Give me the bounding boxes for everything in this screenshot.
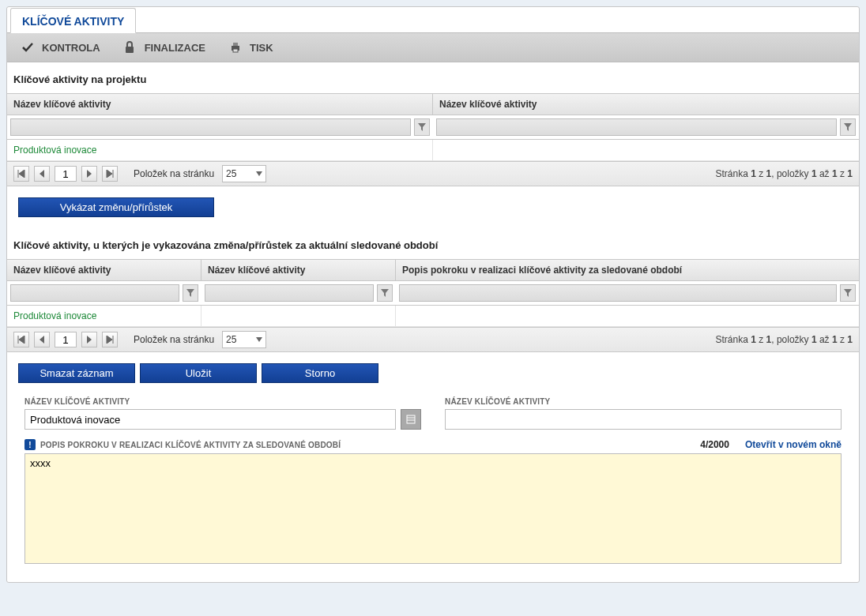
grid-top-header-1[interactable]: Název klíčové aktivity xyxy=(7,94,433,115)
tisk-button[interactable]: TISK xyxy=(221,38,281,57)
svg-rect-2 xyxy=(233,43,238,46)
grid-bottom-header-2[interactable]: Název klíčové aktivity xyxy=(201,260,396,280)
main-panel: KLÍČOVÉ AKTIVITY KONTROLA FINALIZACE TIS… xyxy=(6,6,860,583)
grid-bottom-filter-2-btn[interactable] xyxy=(377,284,393,302)
grid-top-filter-1-btn[interactable] xyxy=(414,118,430,136)
pager-page-input[interactable] xyxy=(55,166,77,182)
grid-bottom: Název klíčové aktivity Název klíčové akt… xyxy=(7,259,859,327)
field-name2-input[interactable] xyxy=(445,409,842,430)
field-desc-textarea[interactable] xyxy=(24,453,842,564)
grid-top-row[interactable]: Produktová inovace xyxy=(7,140,859,161)
grid-bottom-cell-3 xyxy=(396,306,859,327)
storno-button[interactable]: Storno xyxy=(262,363,378,383)
kontrola-label: KONTROLA xyxy=(42,42,100,54)
pager2-pagesize-select[interactable]: 25 xyxy=(222,331,266,348)
kontrola-button[interactable]: KONTROLA xyxy=(13,38,108,57)
open-new-window-link[interactable]: Otevřít v novém okně xyxy=(745,439,842,450)
toolbar: KONTROLA FINALIZACE TISK xyxy=(7,32,859,62)
pager-first-button[interactable] xyxy=(13,166,29,182)
finalizace-label: FINALIZACE xyxy=(145,42,205,54)
ulozit-button[interactable]: Uložit xyxy=(140,363,257,383)
pager2-last-button[interactable] xyxy=(102,332,118,347)
grid-bottom-filter-2[interactable] xyxy=(205,284,374,302)
pager-summary: Stránka 1 z 1, položky 1 až 1 z 1 xyxy=(715,168,853,179)
lock-icon xyxy=(124,41,138,54)
pager-top: Položek na stránku 25 Stránka 1 z 1, pol… xyxy=(7,161,859,186)
field-desc-counter: 4/2000 xyxy=(700,439,729,450)
field-name-label: NÁZEV KLÍČOVÉ AKTIVITY xyxy=(24,397,421,406)
grid-top: Název klíčové aktivity Název klíčové akt… xyxy=(7,93,859,161)
pager-prev-button[interactable] xyxy=(34,166,50,182)
grid-bottom-header-3[interactable]: Popis pokroku v realizaci klíčové aktivi… xyxy=(396,260,859,280)
section-title-top: Klíčové aktivity na projektu xyxy=(7,62,859,93)
field-name-input[interactable] xyxy=(24,409,396,430)
grid-top-filter-2-btn[interactable] xyxy=(840,118,856,136)
pager-pagesize-select[interactable]: 25 xyxy=(222,165,266,182)
section-title-bottom: Klíčové aktivity, u kterých je vykazován… xyxy=(7,228,859,259)
grid-top-filter-1[interactable] xyxy=(10,118,411,136)
grid-bottom-filter-1[interactable] xyxy=(10,284,179,302)
grid-bottom-cell-1: Produktová inovace xyxy=(7,306,201,327)
pager-next-button[interactable] xyxy=(81,166,97,182)
field-name-picker[interactable] xyxy=(401,409,421,430)
print-icon xyxy=(229,41,243,54)
grid-bottom-row[interactable]: Produktová inovace xyxy=(7,306,859,327)
pager2-first-button[interactable] xyxy=(13,332,29,347)
pager-last-button[interactable] xyxy=(102,166,118,182)
grid-bottom-cell-2 xyxy=(201,306,396,327)
pager2-next-button[interactable] xyxy=(81,332,97,347)
svg-rect-3 xyxy=(233,49,238,52)
tab-strip: KLÍČOVÉ AKTIVITY xyxy=(7,7,859,32)
smazat-button[interactable]: Smazat záznam xyxy=(18,363,135,383)
grid-bottom-filter-3[interactable] xyxy=(399,284,837,302)
required-icon: ! xyxy=(24,439,36,450)
grid-bottom-filter-1-btn[interactable] xyxy=(183,284,198,302)
grid-bottom-header-1[interactable]: Název klíčové aktivity xyxy=(7,260,201,280)
check-icon xyxy=(21,41,36,54)
pager2-page-input[interactable] xyxy=(55,332,77,347)
tisk-label: TISK xyxy=(250,42,273,54)
svg-rect-4 xyxy=(407,415,415,423)
grid-top-cell-2 xyxy=(433,140,859,161)
field-desc-label: POPIS POKROKU V REALIZACI KLÍČOVÉ AKTIVI… xyxy=(40,441,341,449)
svg-rect-0 xyxy=(126,47,134,53)
grid-top-header-2[interactable]: Název klíčové aktivity xyxy=(433,94,859,115)
field-name2-label: NÁZEV KLÍČOVÉ AKTIVITY xyxy=(445,397,842,406)
finalizace-button[interactable]: FINALIZACE xyxy=(116,38,213,57)
pager-items-label: Položek na stránku xyxy=(134,168,214,179)
pager2-prev-button[interactable] xyxy=(34,332,50,347)
vykazat-button[interactable]: Vykázat změnu/přírůstek xyxy=(18,197,214,217)
pager2-summary: Stránka 1 z 1, položky 1 až 1 z 1 xyxy=(715,334,853,345)
tab-key-activities[interactable]: KLÍČOVÉ AKTIVITY xyxy=(10,8,136,33)
grid-top-filter-2[interactable] xyxy=(436,118,837,136)
grid-bottom-filter-3-btn[interactable] xyxy=(840,284,856,302)
grid-top-cell-1: Produktová inovace xyxy=(7,140,433,161)
pager2-items-label: Položek na stránku xyxy=(134,334,214,345)
pager-bottom: Položek na stránku 25 Stránka 1 z 1, pol… xyxy=(7,327,859,352)
